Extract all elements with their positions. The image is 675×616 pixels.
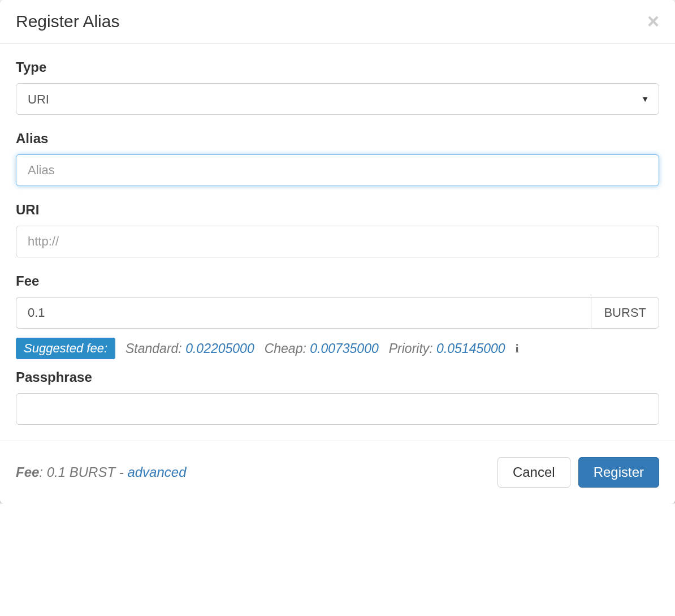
passphrase-group: Passphrase (16, 369, 659, 425)
advanced-link[interactable]: advanced (127, 464, 186, 480)
fee-standard[interactable]: Standard: 0.02205000 (126, 341, 254, 356)
fee-cheap-label: Cheap: (265, 341, 306, 356)
close-button[interactable]: × (647, 11, 659, 32)
modal-footer: Fee: 0.1 BURST - advanced Cancel Registe… (0, 441, 675, 503)
fee-priority-value: 0.05145000 (436, 341, 505, 356)
info-icon[interactable]: i (516, 341, 519, 356)
fee-cheap-value: 0.00735000 (310, 341, 379, 356)
uri-group: URI (16, 202, 659, 257)
fee-label: Fee (16, 273, 659, 289)
footer-fee-text: : 0.1 BURST - (39, 464, 127, 480)
fee-standard-value: 0.02205000 (185, 341, 254, 356)
fee-cheap[interactable]: Cheap: 0.00735000 (265, 341, 379, 356)
type-group: Type URI ▼ (16, 59, 659, 115)
footer-buttons: Cancel Register (497, 457, 659, 488)
modal-title: Register Alias (16, 12, 119, 31)
alias-label: Alias (16, 131, 659, 147)
fee-group: Fee BURST Suggested fee: Standard: 0.022… (16, 273, 659, 359)
fee-priority[interactable]: Priority: 0.05145000 (389, 341, 505, 356)
suggested-fee-row: Suggested fee: Standard: 0.02205000 Chea… (16, 338, 659, 359)
type-label: Type (16, 59, 659, 75)
fee-standard-label: Standard: (126, 341, 182, 356)
suggested-fee-badge: Suggested fee: (16, 338, 115, 359)
fee-input[interactable] (16, 297, 591, 329)
type-select-wrapper: URI ▼ (16, 83, 659, 115)
register-button[interactable]: Register (578, 457, 659, 488)
alias-input[interactable] (16, 154, 659, 186)
modal-body: Type URI ▼ Alias URI Fee BURST Suggest (0, 44, 675, 441)
fee-priority-label: Priority: (389, 341, 433, 356)
footer-fee-label: Fee (16, 464, 39, 480)
alias-group: Alias (16, 131, 659, 186)
uri-label: URI (16, 202, 659, 218)
cancel-button[interactable]: Cancel (497, 457, 570, 488)
register-alias-modal: Register Alias × Type URI ▼ Alias URI Fe… (0, 0, 675, 503)
passphrase-label: Passphrase (16, 369, 659, 385)
uri-input[interactable] (16, 226, 659, 257)
fee-unit: BURST (591, 297, 659, 329)
type-select[interactable]: URI (16, 83, 659, 115)
close-icon: × (647, 10, 659, 33)
footer-fee-summary: Fee: 0.1 BURST - advanced (16, 464, 187, 480)
passphrase-input[interactable] (16, 393, 659, 425)
modal-header: Register Alias × (0, 0, 675, 44)
fee-input-group: BURST (16, 297, 659, 329)
